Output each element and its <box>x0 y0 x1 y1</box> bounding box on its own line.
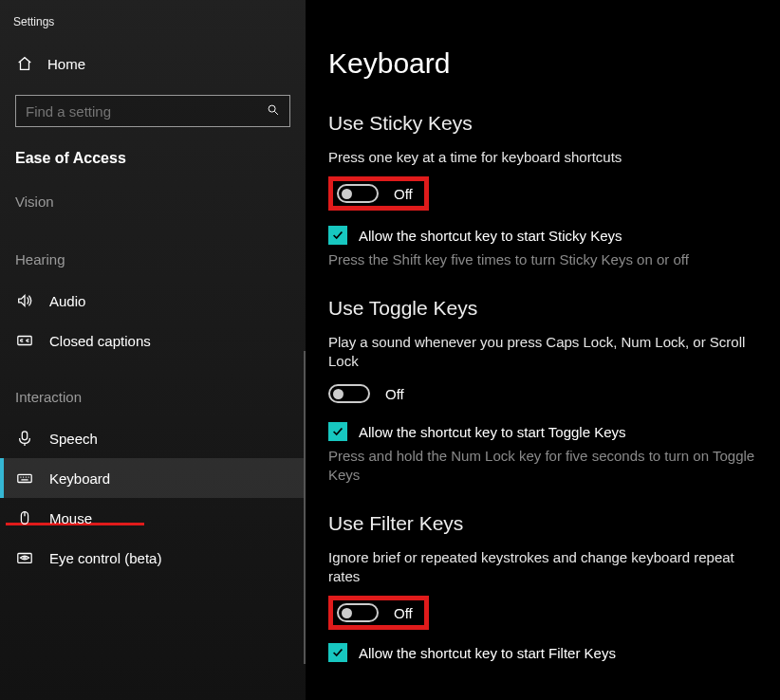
nav-mouse[interactable]: Mouse <box>0 498 306 538</box>
mic-icon <box>15 430 34 447</box>
svg-rect-5 <box>18 554 31 563</box>
category-title: Ease of Access <box>0 144 306 193</box>
svg-rect-2 <box>22 432 27 440</box>
nav-label: Mouse <box>49 510 92 526</box>
svg-point-0 <box>269 105 275 112</box>
home-nav[interactable]: Home <box>0 46 306 82</box>
sticky-check-label: Allow the shortcut key to start Sticky K… <box>359 228 622 244</box>
content-pane: Keyboard Use Sticky Keys Press one key a… <box>306 0 780 700</box>
togglekeys-toggle-label: Off <box>385 386 404 402</box>
sticky-shortcut-checkbox[interactable] <box>328 226 347 245</box>
search-input[interactable] <box>26 103 253 120</box>
togglekeys-subtext: Press and hold the Num Lock key for five… <box>328 447 757 486</box>
nav-label: Keyboard <box>49 470 110 487</box>
keyboard-icon <box>15 470 34 487</box>
filter-desc: Ignore brief or repeated keystrokes and … <box>328 548 757 587</box>
nav-label: Speech <box>49 431 98 447</box>
group-interaction: Interaction <box>0 389 306 418</box>
home-icon <box>15 55 34 72</box>
search-box[interactable] <box>15 95 290 127</box>
home-label: Home <box>47 56 85 72</box>
svg-rect-3 <box>18 474 31 482</box>
nav-speech[interactable]: Speech <box>0 418 306 458</box>
app-title: Settings <box>0 11 306 46</box>
section-filter-heading: Use Filter Keys <box>328 512 757 535</box>
nav-label: Closed captions <box>49 333 151 349</box>
toggle-desc: Play a sound whenever you press Caps Loc… <box>328 333 757 372</box>
nav-keyboard[interactable]: Keyboard <box>0 458 306 498</box>
nav-closed-captions[interactable]: Closed captions <box>0 321 306 360</box>
section-sticky-heading: Use Sticky Keys <box>328 112 757 135</box>
sticky-toggle-label: Off <box>394 186 413 202</box>
sticky-toggle[interactable] <box>337 184 379 203</box>
audio-icon <box>15 292 34 309</box>
filter-shortcut-checkbox[interactable] <box>328 643 347 662</box>
cc-icon <box>15 332 34 349</box>
nav-label: Audio <box>49 293 85 309</box>
togglekeys-toggle[interactable] <box>328 384 370 403</box>
page-title: Keyboard <box>328 47 757 80</box>
sidebar: Settings Home Ease of Access Vision Hear… <box>0 0 306 700</box>
nav-audio[interactable]: Audio <box>0 281 306 321</box>
filter-check-label: Allow the shortcut key to start Filter K… <box>359 645 616 661</box>
nav-eye-control[interactable]: Eye control (beta) <box>0 538 306 578</box>
mouse-icon <box>15 509 34 526</box>
group-hearing: Hearing <box>0 251 306 281</box>
filter-toggle-label: Off <box>394 605 413 621</box>
group-vision: Vision <box>0 193 306 223</box>
filter-toggle[interactable] <box>337 603 379 622</box>
search-icon <box>267 103 280 120</box>
togglekeys-shortcut-checkbox[interactable] <box>328 422 347 441</box>
sticky-subtext: Press the Shift key five times to turn S… <box>328 250 757 269</box>
annotation-highlight-filter: Off <box>328 596 429 630</box>
eye-control-icon <box>15 549 34 566</box>
nav-label: Eye control (beta) <box>49 550 161 566</box>
sticky-desc: Press one key at a time for keyboard sho… <box>328 148 757 167</box>
svg-point-6 <box>24 557 26 559</box>
section-toggle-heading: Use Toggle Keys <box>328 297 757 320</box>
togglekeys-check-label: Allow the shortcut key to start Toggle K… <box>359 424 626 440</box>
annotation-highlight-sticky: Off <box>328 176 429 211</box>
